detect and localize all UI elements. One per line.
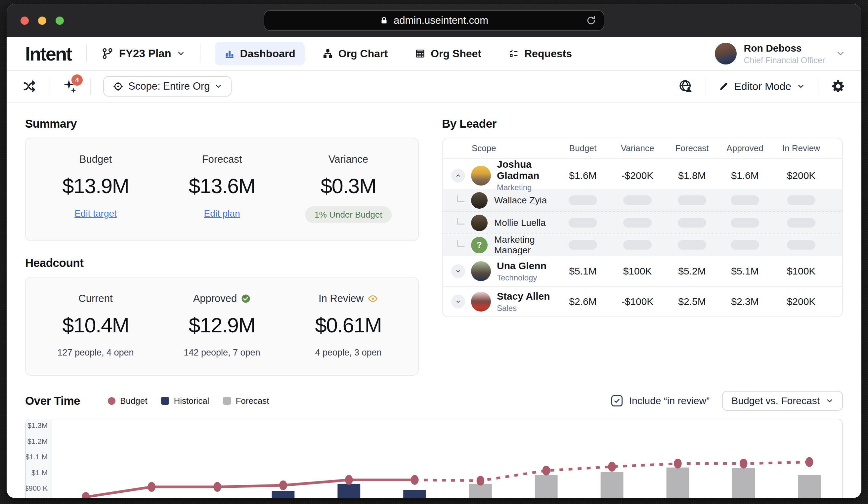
- by-leader-heading: By Leader: [442, 117, 843, 130]
- expand-row-button[interactable]: [451, 264, 465, 278]
- placeholder-value: [787, 240, 815, 250]
- over-time-chart: $1.3M$1.2M$1.1 M$1 M$900 K$800 K$700 K J…: [25, 419, 843, 498]
- leader-department[interactable]: Technology: [497, 273, 547, 282]
- toolbar: 4 Scope: Entire Org Editor Mode: [7, 71, 861, 103]
- metric-subtext: 127 people, 4 open: [32, 348, 159, 358]
- tab-dashboard[interactable]: Dashboard: [215, 42, 304, 65]
- budget-point: [740, 459, 747, 469]
- close-window-button[interactable]: [21, 17, 29, 25]
- column-header-in-review: In Review: [772, 143, 831, 154]
- placeholder-value: [787, 218, 815, 228]
- budget-point: [147, 482, 155, 492]
- cell-in-review: $200K: [772, 296, 831, 307]
- cell-budget: $2.6M: [556, 296, 609, 307]
- budget-point: [805, 457, 814, 467]
- divider: [90, 78, 91, 95]
- metric-subtext: 4 people, 3 open: [285, 348, 412, 358]
- minimize-window-button[interactable]: [38, 17, 46, 25]
- tree-connector-icon: [457, 218, 464, 224]
- placeholder-value: [731, 196, 759, 205]
- cell-in-review: $200K: [772, 170, 831, 181]
- user-menu[interactable]: Ron Deboss Chief Financial Officer: [715, 42, 846, 65]
- placeholder-value: [623, 240, 652, 250]
- legend-swatch: [223, 397, 231, 405]
- placeholder-value: [678, 196, 706, 205]
- pencil-icon: [719, 81, 729, 91]
- chart-view-dropdown[interactable]: Budget vs. Forecast: [722, 391, 843, 411]
- editor-mode-selector[interactable]: Editor Mode: [719, 80, 805, 93]
- budget-point: [213, 482, 221, 492]
- y-axis-label: $1.3M: [28, 421, 48, 430]
- edit-plan-link[interactable]: Edit plan: [204, 208, 240, 219]
- summary-heading: Summary: [25, 117, 419, 130]
- y-axis-label: $1.2M: [28, 437, 48, 446]
- tree-connector-icon: [457, 240, 464, 247]
- leader-name: Stacy Allen: [497, 291, 550, 302]
- budget-point: [345, 475, 353, 485]
- table-header-row: Scope Budget Variance Forecast Approved …: [443, 138, 842, 159]
- chart-legend: Budget Historical Forecast: [108, 396, 269, 406]
- leader-department[interactable]: Marketing: [497, 183, 556, 192]
- tab-label: Org Chart: [338, 48, 388, 60]
- legend-item-budget: Budget: [108, 396, 147, 406]
- tab-org-sheet[interactable]: Org Sheet: [405, 42, 490, 65]
- avatar: [471, 214, 488, 231]
- table-row-child: ? Marketing Manager: [443, 233, 842, 256]
- metric-label: Current: [32, 293, 159, 305]
- expand-row-button[interactable]: [451, 295, 465, 308]
- cell-variance: -$200K: [609, 170, 665, 181]
- placeholder-value: [569, 218, 597, 228]
- table-row-leader: Joshua Gladman Marketing $1.6M -$200K $1…: [443, 159, 842, 189]
- checkbox-label[interactable]: Include “in review”: [629, 395, 710, 407]
- avatar: [471, 261, 491, 281]
- tab-label: Dashboard: [240, 48, 296, 60]
- include-in-review-checkbox[interactable]: [611, 395, 622, 407]
- column-header-budget: Budget: [556, 143, 609, 154]
- metric-subtext: 142 people, 7 open: [159, 348, 285, 358]
- globe-users-button[interactable]: [679, 79, 693, 94]
- metric-label: Approved: [159, 293, 285, 305]
- plan-label: FY23 Plan: [119, 47, 171, 60]
- y-axis-label: $1.1 M: [25, 453, 48, 461]
- lock-icon: [380, 15, 388, 25]
- y-axis: $1.3M$1.2M$1.1 M$1 M$900 K$800 K$700 K: [26, 419, 52, 498]
- shuffle-button[interactable]: [22, 79, 37, 94]
- edit-target-link[interactable]: Edit target: [74, 208, 117, 219]
- address-bar[interactable]: admin.useintent.com: [264, 10, 604, 31]
- leader-department[interactable]: Sales: [497, 304, 550, 313]
- budget-point: [477, 476, 485, 486]
- ai-assistant-button[interactable]: 4: [63, 79, 78, 94]
- column-header-forecast: Forecast: [665, 143, 719, 154]
- metric-variance: Variance $0.3M 1% Under Budget: [285, 154, 412, 223]
- cell-approved: $2.3M: [719, 296, 772, 307]
- avatar: [471, 166, 491, 186]
- table-row-child: Mollie Luella: [443, 211, 842, 233]
- browser-titlebar: admin.useintent.com: [7, 4, 861, 37]
- maximize-window-button[interactable]: [55, 17, 64, 25]
- summary-card: Budget $13.9M Edit target Forecast $13.6…: [25, 138, 419, 241]
- budget-point: [608, 462, 616, 472]
- tab-requests[interactable]: Requests: [499, 42, 581, 65]
- plan-selector[interactable]: FY23 Plan: [101, 47, 185, 60]
- person-name: Wallace Zyia: [494, 195, 547, 206]
- table-row-child: Wallace Zyia: [443, 189, 842, 211]
- chart-bar: [469, 484, 492, 498]
- legend-label: Forecast: [236, 396, 269, 406]
- person-name: Mollie Luella: [494, 218, 546, 228]
- reload-icon[interactable]: [586, 15, 597, 26]
- chart-bar: [601, 472, 623, 498]
- over-time-heading: Over Time: [25, 394, 80, 407]
- tab-org-chart[interactable]: Org Chart: [313, 42, 397, 65]
- org-sheet-icon: [415, 48, 425, 59]
- legend-item-historical: Historical: [161, 396, 209, 406]
- chevron-down-icon: [214, 82, 222, 90]
- settings-gear-button[interactable]: [831, 79, 846, 94]
- divider: [818, 78, 818, 95]
- scope-selector[interactable]: Scope: Entire Org: [103, 76, 231, 97]
- metric-forecast: Forecast $13.6M Edit plan: [159, 154, 285, 223]
- chart-plot-svg: [53, 419, 842, 498]
- chart-bar: [338, 484, 360, 498]
- requests-icon: [508, 48, 519, 59]
- collapse-row-button[interactable]: [451, 169, 465, 182]
- budget-point: [82, 492, 90, 498]
